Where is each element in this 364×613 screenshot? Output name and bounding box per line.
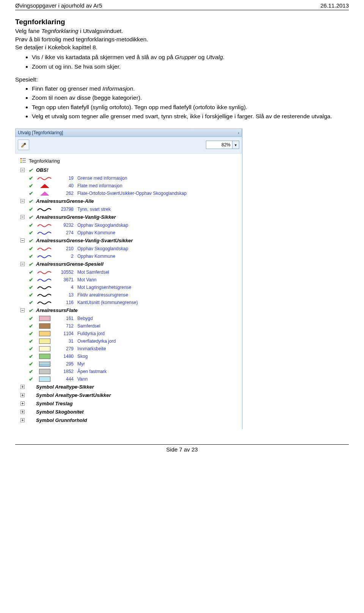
legend-item[interactable]: ✔40Flate med informasjon [20,182,238,190]
legend-symbol [35,270,55,274]
check-icon: ✔ [27,315,35,321]
legend-group-header[interactable]: −✔ArealressursFlate [20,306,238,315]
legend-group-header[interactable]: −✔ArealressursGrense-Alle [20,197,238,205]
legend-symbol [35,369,55,374]
legend-count: 31 [55,339,77,344]
legend-group-header[interactable]: +Symbol Grunnforhold [20,416,238,425]
legend-label: Samferdsel [77,323,238,329]
toggle-icon[interactable]: − [20,168,25,172]
body-line-1: Velg fane Tegnforklaring i Utvalgsvindue… [15,27,349,35]
legend-label: Grense med informasjon [77,176,238,181]
legend-item[interactable]: ✔31Overflatedyrka jord [20,337,238,345]
legend-symbol [35,361,55,367]
brush-icon [20,141,27,148]
legend-item[interactable]: ✔1852Åpen fastmark [20,368,238,375]
legend-item[interactable]: ✔19Grense med informasjon [20,174,238,182]
check-icon: ✔ [27,183,35,189]
legend-label: Tynn, svart strek [77,207,238,212]
legend-group-header[interactable]: +Symbol Arealtype-Sikker [20,383,238,391]
toggle-icon[interactable]: + [20,401,25,406]
svg-rect-2 [20,160,22,161]
legend-item[interactable]: ✔2Opphav Kommune [20,252,238,260]
legend-group-name: Symbol Grunnforhold [36,417,87,423]
check-icon: ✔ [27,269,35,275]
legend-group-name: ArealressursGrense-Vanlig-SværtUsikker [36,238,133,243]
bullet-item: Vis / ikke vis kartadata på skjermen ved… [32,53,349,61]
toggle-icon[interactable]: + [20,385,25,389]
legend-item[interactable]: ✔13Fiktiv arealressursgrense [20,291,238,299]
legend-symbol [35,376,55,382]
legend-label: KantUtsnitt (kommunegrense) [77,300,238,305]
legend-item[interactable]: ✔1480Skog [20,353,238,360]
legend-symbol [35,285,55,290]
legend-item[interactable]: ✔274Opphav Kommune [20,229,238,237]
legend-count: 1104 [55,331,77,336]
legend-symbol [35,183,55,188]
legend-symbol [35,331,55,336]
legend-group-header[interactable]: +Symbol Treslag [20,400,238,408]
legend-item[interactable]: ✔712Samferdsel [20,322,238,330]
legend-label: Fulldyrka jord [77,331,238,336]
legend-count: 10552 [55,270,77,275]
legend-item[interactable]: ✔279Innmarksbeite [20,345,238,353]
legend-group-header[interactable]: +Symbol Skogbonitet [20,408,238,416]
legend-symbol [35,254,55,259]
legend-group-header[interactable]: −✔ArealressursGrense-Vanlig-Sikker [20,213,238,221]
legend-count: 13 [55,292,77,298]
legend-count: 210 [55,246,77,251]
legend-symbol [35,293,55,297]
tool-button[interactable] [18,140,29,150]
legend-item[interactable]: ✔10552Mot Samferdsel [20,268,238,276]
check-icon: ✔ [27,376,35,382]
legend-group-header[interactable]: +Symbol Arealtype-SværtUsikker [20,391,238,400]
ui-toolbar: ▾ [15,137,242,154]
bullet-list-2: Finn flater og grenser med Informasjon. … [15,85,349,121]
legend-label: Opphav Kommune [77,230,238,235]
check-icon: ✔ [27,198,35,204]
toggle-icon[interactable]: + [20,393,25,397]
check-icon: ✔ [27,190,35,196]
legend-label: Bebygd [77,316,238,321]
legend-item[interactable]: ✔295Myr [20,360,238,368]
toggle-icon[interactable]: − [20,308,25,312]
zoom-dropdown-button[interactable]: ▾ [232,141,239,149]
chevron-right-icon[interactable]: › [238,130,239,135]
legend-group-name: ArealressursFlate [36,307,78,313]
legend-group-header[interactable]: −✔OBS! [20,166,238,174]
legend-count: 161 [55,316,77,321]
check-icon: ✔ [27,238,35,244]
check-icon: ✔ [27,253,35,259]
legend-group-name: Symbol Arealtype-Sikker [36,384,94,390]
legend-icon [20,158,26,164]
legend-item[interactable]: ✔1104Fulldyrka jord [20,330,238,337]
check-icon: ✔ [27,230,35,236]
legend-group-name: ArealressursGrense-Vanlig-Sikker [36,214,116,220]
legend-item[interactable]: ✔23798Tynn, svart strek [20,205,238,213]
zoom-input[interactable] [206,141,232,149]
legend-item[interactable]: ✔161Bebygd [20,315,238,322]
legend-item[interactable]: ✔4Mot Lagringsenhetsgrense [20,284,238,291]
legend-item[interactable]: ✔9232Opphav Skogoglandskap [20,221,238,229]
legend-item[interactable]: ✔116KantUtsnitt (kommunegrense) [20,299,238,306]
legend-item[interactable]: ✔444Vann [20,375,238,383]
legend-label: Mot Samferdsel [77,270,238,275]
svg-marker-7 [40,184,49,188]
legend-item[interactable]: ✔210Opphav Skogoglandskap [20,245,238,252]
check-icon: ✔ [27,368,35,375]
toggle-icon[interactable]: − [20,199,25,203]
toggle-icon[interactable]: + [20,418,25,422]
legend-item[interactable]: ✔262Flate-Ortofoto-SværtUsikker-Opphav S… [20,190,238,197]
toggle-icon[interactable]: + [20,410,25,414]
header-rule [15,10,349,10]
legend-symbol [35,230,55,235]
legend-group-header[interactable]: −✔ArealressursGrense-Vanlig-SværtUsikker [20,237,238,245]
legend-symbol [35,207,55,212]
toggle-icon[interactable]: − [20,262,25,266]
page-footer: Side 7 av 23 [15,445,349,457]
toggle-icon[interactable]: − [20,238,25,243]
toggle-icon[interactable]: − [20,215,25,219]
legend-item[interactable]: ✔3671Mot Vann [20,276,238,284]
legend-group-header[interactable]: −✔ArealressursGrense-Spesiell [20,260,238,268]
check-icon: ✔ [27,284,35,290]
legend-count: 4 [55,285,77,290]
